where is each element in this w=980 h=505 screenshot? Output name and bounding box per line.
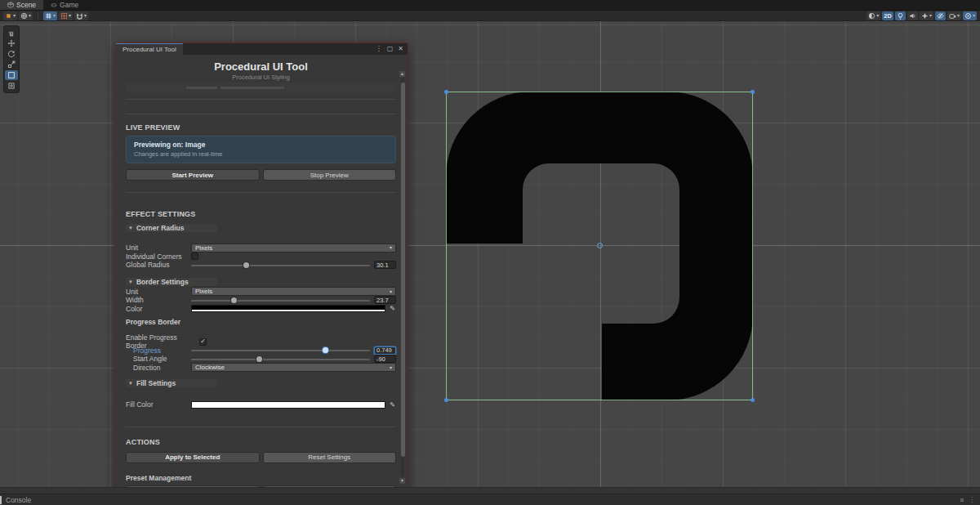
camera-overlay-button[interactable]: ▾ [947,11,961,20]
eyedropper-icon[interactable]: ✎ [389,401,396,409]
corner-radius-foldout[interactable]: ▼ Corner Radius [126,224,217,232]
stop-preview-button[interactable]: Stop Preview [263,169,397,181]
global-radius-label: Global Radius [126,261,191,269]
window-menu-icon[interactable]: ⋮ [376,46,382,52]
magnet-icon [76,12,83,20]
individual-corners-label: Individual Corners [126,252,191,261]
direction-label: Direction [126,364,191,372]
border-width-slider[interactable] [191,296,370,304]
border-settings-foldout[interactable]: ▼ Border Settings [126,278,217,286]
border-width-field[interactable]: 23.7 [374,296,396,304]
divider [126,192,396,193]
mode-2d-button[interactable]: 2D [882,11,893,20]
border-unit-dropdown[interactable]: Pixels ▾ [191,287,396,296]
foldout-triangle-icon: ▼ [128,226,133,230]
divider [126,99,396,100]
unit-label: Unit [126,244,191,252]
border-unit-label: Unit [126,288,191,296]
scroll-down-arrow[interactable]: ▼ [399,478,405,484]
corner-unit-dropdown[interactable]: Pixels ▾ [191,244,396,252]
increment-snap-button[interactable]: ▾ [59,11,73,20]
procedural-ui-tool-window: Procedural UI Tool ⋮ ▢ ✕ Procedural UI T… [115,42,408,487]
foldout-triangle-icon: ▼ [128,279,133,284]
status-menu-icon[interactable]: ⋮ [969,496,975,503]
fill-color-field[interactable] [191,401,385,409]
rotate-tool[interactable] [5,49,18,59]
border-color-field[interactable] [191,305,385,312]
scene-effects-button[interactable]: ▾ [920,11,933,20]
live-preview-heading: LIVE PREVIEW [126,123,396,132]
start-preview-button[interactable]: Start Preview [126,169,260,181]
toolbar-separator [38,12,38,20]
progress-field[interactable]: 0.749 [374,346,396,355]
global-radius-field[interactable]: 30.1 [374,261,396,269]
start-angle-field[interactable]: -90 [374,355,396,363]
window-scrollbar[interactable]: ▲ ▼ [399,71,405,484]
editor-tabbar: Scene Game [0,0,980,11]
tool-handle-rotation-button[interactable]: ▾ [19,11,33,20]
scale-tool[interactable] [5,60,18,69]
window-tab[interactable]: Procedural UI Tool [116,43,183,55]
gizmos-button[interactable]: ▾ [963,11,977,20]
scene-lighting-button[interactable] [895,11,906,20]
selection-handle-top-right[interactable] [751,90,755,94]
game-gamepad-icon [51,2,57,8]
draw-mode-button[interactable]: ▾ [866,11,880,20]
snap-increment-icon [60,12,68,20]
window-close-icon[interactable]: ✕ [398,46,403,52]
console-tab[interactable]: Console [6,496,31,504]
tool-handle-position-button[interactable]: ▾ [3,11,17,20]
scrollbar-thumb[interactable] [401,83,405,457]
global-radius-row: Global Radius 30.1 [126,261,396,270]
checkmark-icon: ✓ [200,338,206,345]
rotate-icon [7,50,16,58]
border-unit-row: Unit Pixels ▾ [126,288,396,297]
scrollbar-track[interactable] [401,78,404,476]
scene-visibility-button[interactable] [935,11,946,20]
fill-settings-foldout[interactable]: ▼ Fill Settings [126,379,217,387]
tab-scene[interactable]: Scene [0,0,43,10]
chevron-down-icon: ▾ [390,365,392,370]
transform-icon [7,82,16,90]
enable-progress-border-checkbox[interactable]: ✓ [199,338,207,346]
unit-row: Unit Pixels ▾ [126,244,396,252]
foldout-triangle-icon: ▼ [128,381,133,386]
view-hand-tool[interactable] [5,28,18,38]
tab-scene-label: Scene [16,1,36,9]
progress-label: Progress [126,346,191,355]
scale-icon [7,60,16,69]
reset-settings-button[interactable]: Reset Settings [263,452,397,463]
move-tool[interactable] [5,38,18,48]
selection-handle-top-left[interactable] [444,90,448,94]
scroll-up-arrow[interactable]: ▲ [399,71,405,77]
apply-to-selected-button[interactable]: Apply to Selected [126,452,260,463]
individual-corners-checkbox[interactable] [191,252,198,260]
window-maximize-icon[interactable]: ▢ [387,46,394,52]
start-angle-slider[interactable] [191,355,370,363]
snap-settings-button[interactable]: ▾ [74,11,88,20]
slider-knob[interactable] [323,347,328,353]
slider-knob[interactable] [256,356,262,362]
selection-handle-bottom-right[interactable] [751,398,755,402]
global-radius-slider[interactable] [191,261,370,269]
tab-game[interactable]: Game [43,0,86,10]
scene-audio-button[interactable] [907,11,918,20]
rect-tool[interactable] [5,70,18,80]
slider-knob[interactable] [243,262,249,268]
transform-tool[interactable] [5,81,18,91]
scene-view[interactable]: Procedural UI Tool ⋮ ▢ ✕ Procedural UI T… [0,21,980,487]
selection-pivot[interactable] [597,243,603,248]
grid-snapping-button[interactable]: ▾ [43,11,57,20]
start-angle-label: Start Angle [126,355,191,363]
direction-dropdown[interactable]: Clockwise ▾ [191,363,396,372]
direction-row: Direction Clockwise ▾ [126,364,396,373]
status-badge[interactable]: a [960,496,964,503]
preview-target-text: Previewing on: Image [134,141,388,149]
selection-handle-bottom-left[interactable] [444,398,448,402]
window-titlebar[interactable]: Procedural UI Tool ⋮ ▢ ✕ [116,43,408,55]
preview-info-box: Previewing on: Image Changes are applied… [126,136,396,163]
progress-row: Progress 0.749 [126,346,396,355]
slider-knob[interactable] [231,297,237,303]
progress-slider[interactable] [191,346,370,355]
eyedropper-icon[interactable]: ✎ [389,305,396,312]
